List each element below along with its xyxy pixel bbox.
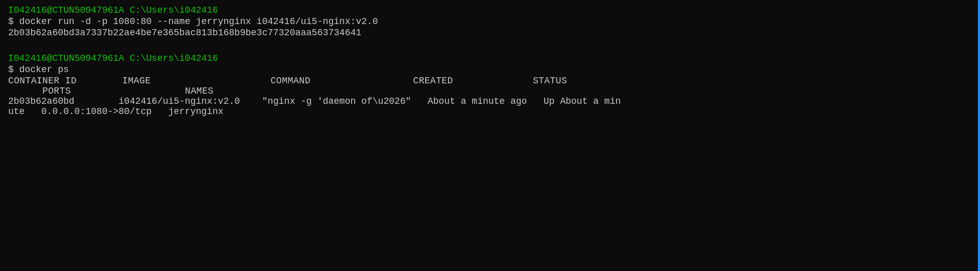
terminal-window: I042416@CTUN50947961A C:\Users\i042416 $…: [8, 5, 972, 117]
command-1: $ docker run -d -p 1080:80 --name jerryn…: [8, 16, 972, 27]
output-1: 2b03b62a60bd3a7337b22ae4be7e365bac813b16…: [8, 28, 972, 38]
command-2: $ docker ps: [8, 64, 972, 75]
table-data-row1: 2b03b62a60bd i042416/ui5-nginx:v2.0 "ngi…: [8, 96, 972, 106]
scrollbar[interactable]: [978, 0, 980, 271]
terminal-block-1: I042416@CTUN50947961A C:\Users\i042416 $…: [8, 5, 972, 38]
table-data-row2: ute 0.0.0.0:1080->80/tcp jerrynginx: [8, 106, 972, 117]
terminal-block-2: I042416@CTUN50947961A C:\Users\i042416 $…: [8, 53, 972, 117]
table-header-row1: CONTAINER ID IMAGE COMMAND CREATED STATU…: [8, 76, 972, 86]
blank-line-1: [8, 42, 972, 53]
table-header-row2: PORTS NAMES: [8, 86, 972, 96]
prompt-2: I042416@CTUN50947961A C:\Users\i042416: [8, 53, 972, 63]
prompt-1: I042416@CTUN50947961A C:\Users\i042416: [8, 5, 972, 15]
